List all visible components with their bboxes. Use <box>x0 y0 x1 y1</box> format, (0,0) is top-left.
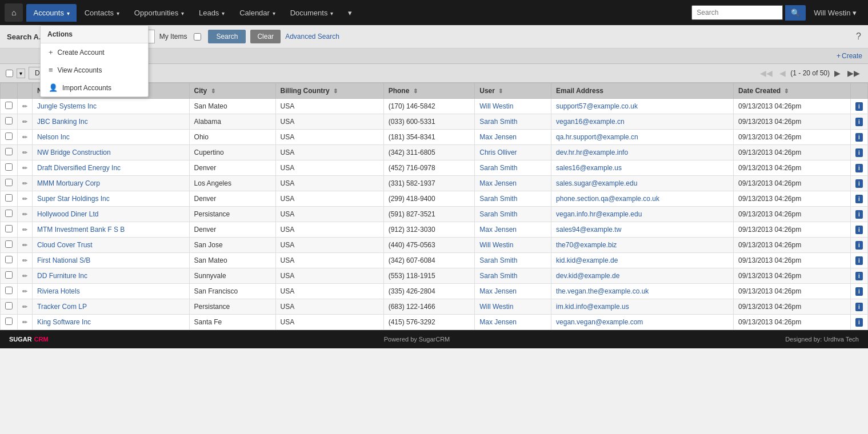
info-icon[interactable]: i <box>855 226 863 234</box>
user-menu[interactable]: Will Westin ▾ <box>807 4 863 22</box>
global-search-input[interactable] <box>691 5 783 20</box>
email-link[interactable]: the70@example.biz <box>556 241 617 249</box>
edit-icon[interactable]: ✏ <box>22 195 27 202</box>
row-checkbox[interactable] <box>5 179 13 186</box>
edit-icon[interactable]: ✏ <box>22 319 27 326</box>
global-search-button[interactable]: 🔍 <box>785 5 806 21</box>
info-icon[interactable]: i <box>855 241 863 250</box>
email-link[interactable]: qa.hr.support@example.cn <box>556 133 638 141</box>
info-icon[interactable]: i <box>855 195 863 203</box>
email-link[interactable]: im.kid.info@example.us <box>556 303 629 311</box>
select-dropdown-button[interactable]: ▾ <box>17 69 25 78</box>
my-items-checkbox[interactable] <box>194 33 201 41</box>
user-link[interactable]: Sarah Smith <box>479 256 517 264</box>
email-link[interactable]: kid.kid@example.de <box>556 256 618 264</box>
email-link[interactable]: sales16@example.us <box>556 164 622 172</box>
info-icon[interactable]: i <box>855 210 863 219</box>
info-icon[interactable]: i <box>855 102 863 111</box>
user-link[interactable]: Max Jensen <box>479 318 517 326</box>
nav-leads[interactable]: Leads ▾ <box>192 4 231 22</box>
account-name-link[interactable]: Nelson Inc <box>37 133 70 141</box>
info-icon[interactable]: i <box>855 118 863 126</box>
row-checkbox[interactable] <box>5 194 13 202</box>
col-header-city[interactable]: City ⇕ <box>189 83 275 99</box>
account-name-link[interactable]: First National S/B <box>37 256 90 264</box>
account-name-link[interactable]: NW Bridge Construction <box>37 148 111 156</box>
account-name-link[interactable]: DD Furniture Inc <box>37 272 87 280</box>
nav-contacts[interactable]: Contacts ▾ <box>78 4 126 22</box>
user-link[interactable]: Will Westin <box>479 241 513 249</box>
row-checkbox[interactable] <box>5 302 13 310</box>
import-accounts-menu-item[interactable]: 👤 Import Accounts <box>41 79 148 97</box>
user-link[interactable]: Sarah Smith <box>479 210 517 218</box>
row-checkbox[interactable] <box>5 271 13 279</box>
user-link[interactable]: Max Jensen <box>479 179 517 187</box>
account-name-link[interactable]: King Software Inc <box>37 318 91 326</box>
edit-icon[interactable]: ✏ <box>22 103 27 110</box>
row-checkbox[interactable] <box>5 225 13 232</box>
user-link[interactable]: Max Jensen <box>479 133 517 141</box>
row-checkbox[interactable] <box>5 256 13 263</box>
user-link[interactable]: Sarah Smith <box>479 195 517 203</box>
user-link[interactable]: Will Westin <box>479 102 513 110</box>
user-link[interactable]: Will Westin <box>479 303 513 311</box>
email-link[interactable]: sales.sugar@example.edu <box>556 179 637 187</box>
info-icon[interactable]: i <box>855 256 863 265</box>
email-link[interactable]: vegan.info.hr@example.edu <box>556 210 642 218</box>
nav-more[interactable]: ▾ <box>341 4 359 22</box>
col-header-user[interactable]: User ⇕ <box>475 83 551 99</box>
col-header-billing-country[interactable]: Billing Country ⇕ <box>275 83 383 99</box>
user-link[interactable]: Max Jensen <box>479 226 517 234</box>
edit-icon[interactable]: ✏ <box>22 134 27 140</box>
nav-documents[interactable]: Documents ▾ <box>283 4 341 22</box>
info-icon[interactable]: i <box>855 318 863 327</box>
edit-icon[interactable]: ✏ <box>22 211 27 218</box>
account-name-link[interactable]: Hollywood Diner Ltd <box>37 210 98 218</box>
info-icon[interactable]: i <box>855 287 863 296</box>
email-link[interactable]: phone.section.qa@example.co.uk <box>556 195 659 203</box>
user-link[interactable]: Chris Olliver <box>479 148 517 156</box>
next-page-button[interactable]: ▶ <box>832 67 843 79</box>
user-link[interactable]: Sarah Smith <box>479 118 517 126</box>
email-link[interactable]: the.vegan.the@example.co.uk <box>556 287 649 295</box>
select-all-checkbox[interactable] <box>6 70 13 77</box>
info-icon[interactable]: i <box>855 148 863 157</box>
account-name-link[interactable]: Jungle Systems Inc <box>37 102 97 110</box>
advanced-search-link[interactable]: Advanced Search <box>285 33 339 41</box>
row-checkbox[interactable] <box>5 117 13 124</box>
email-link[interactable]: vegan.vegan@example.com <box>556 318 643 326</box>
search-button[interactable]: Search <box>208 30 246 43</box>
email-link[interactable]: sales94@example.tw <box>556 226 621 234</box>
help-icon[interactable]: ? <box>856 31 861 42</box>
edit-icon[interactable]: ✏ <box>22 118 27 125</box>
info-icon[interactable]: i <box>855 133 863 142</box>
account-name-link[interactable]: Tracker Com LP <box>37 303 87 311</box>
row-checkbox[interactable] <box>5 210 13 217</box>
email-link[interactable]: dev.hr.hr@example.info <box>556 148 628 156</box>
info-icon[interactable]: i <box>855 179 863 188</box>
edit-icon[interactable]: ✏ <box>22 164 27 171</box>
edit-icon[interactable]: ✏ <box>22 303 27 310</box>
create-link[interactable]: + Create <box>837 52 862 60</box>
account-name-link[interactable]: MTM Investment Bank F S B <box>37 226 125 234</box>
account-name-link[interactable]: Riviera Hotels <box>37 287 80 295</box>
row-checkbox[interactable] <box>5 318 13 325</box>
col-header-date-created[interactable]: Date Created ⇕ <box>734 83 851 99</box>
email-link[interactable]: vegan16@example.cn <box>556 118 625 126</box>
row-checkbox[interactable] <box>5 240 13 248</box>
account-name-link[interactable]: Cloud Cover Trust <box>37 241 93 249</box>
edit-icon[interactable]: ✏ <box>22 257 27 264</box>
clear-button[interactable]: Clear <box>250 30 281 43</box>
edit-icon[interactable]: ✏ <box>22 272 27 279</box>
nav-accounts[interactable]: Accounts ▾ <box>26 4 76 22</box>
info-icon[interactable]: i <box>855 164 863 172</box>
account-name-link[interactable]: Super Star Holdings Inc <box>37 195 110 203</box>
first-page-button[interactable]: ◀◀ <box>758 67 775 79</box>
row-checkbox[interactable] <box>5 148 13 155</box>
email-link[interactable]: dev.kid@example.de <box>556 272 619 280</box>
edit-icon[interactable]: ✏ <box>22 149 27 156</box>
user-link[interactable]: Max Jensen <box>479 287 517 295</box>
account-name-link[interactable]: MMM Mortuary Corp <box>37 179 100 187</box>
row-checkbox[interactable] <box>5 102 13 109</box>
account-name-link[interactable]: Draft Diversified Energy Inc <box>37 164 121 172</box>
